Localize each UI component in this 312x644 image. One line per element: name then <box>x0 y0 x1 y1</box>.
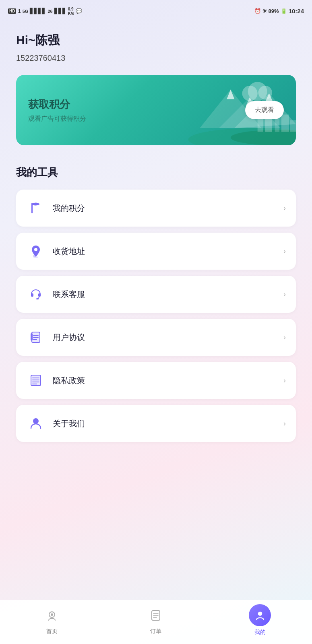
banner-card[interactable]: 获取积分 观看广告可获得积分 去观看 <box>16 75 296 145</box>
status-bar: HD 1 5G ▋▋▋▋ 26 ▋▋▋ 0.9K/s 💬 ⏰ ✳ 89% 🔋 1… <box>0 0 312 20</box>
address-label: 收货地址 <box>53 246 85 257</box>
svg-rect-20 <box>36 298 39 299</box>
battery-icon: 🔋 <box>281 8 287 14</box>
tab-mine-label: 我的 <box>254 629 266 636</box>
svg-point-40 <box>258 611 262 616</box>
privacy-label: 隐私政策 <box>53 375 85 386</box>
banner-text-area: 获取积分 观看广告可获得积分 <box>28 97 245 123</box>
status-left: HD 1 5G ▋▋▋▋ 26 ▋▋▋ 0.9K/s 💬 <box>8 7 82 16</box>
svg-point-35 <box>51 613 53 616</box>
signal-5g: 5G <box>23 9 29 14</box>
order-tab-icon <box>149 609 162 622</box>
tab-order-label: 订单 <box>150 628 161 635</box>
agreement-icon-wrap <box>26 328 45 347</box>
network-speed: 0.9K/s <box>68 7 74 16</box>
tab-home-icon-wrap <box>42 605 62 625</box>
about-label: 关于我们 <box>53 418 85 429</box>
tab-mine[interactable]: 我的 <box>208 604 312 636</box>
privacy-icon-wrap <box>26 371 45 390</box>
headset-icon <box>29 287 43 301</box>
svg-rect-15 <box>290 120 296 132</box>
mine-tab-icon <box>254 610 266 621</box>
tab-home[interactable]: 首页 <box>0 605 104 635</box>
bluetooth-icon: ✳ <box>262 8 267 14</box>
address-chevron: › <box>283 247 286 256</box>
tab-order-icon-wrap <box>146 605 166 625</box>
phone-number: 15223760413 <box>16 54 296 63</box>
list-icon <box>29 373 43 388</box>
menu-item-about[interactable]: 关于我们 › <box>16 405 296 442</box>
about-chevron: › <box>283 419 286 428</box>
menu-item-service[interactable]: 联系客服 › <box>16 276 296 313</box>
svg-rect-13 <box>275 118 279 132</box>
points-chevron: › <box>283 204 286 213</box>
tools-section-title: 我的工具 <box>16 165 296 180</box>
menu-item-address[interactable]: 收货地址 › <box>16 233 296 270</box>
svg-rect-14 <box>281 115 289 132</box>
main-content: Hi~陈强 15223760413 <box>0 20 312 490</box>
service-label: 联系客服 <box>53 289 85 300</box>
home-tab-icon <box>45 609 58 622</box>
location-icon <box>29 244 43 258</box>
signal-bars-1: ▋▋▋▋ <box>30 8 46 14</box>
sim-indicator: 1 <box>18 8 21 14</box>
svg-rect-26 <box>31 333 33 341</box>
doc-icon <box>29 330 43 345</box>
hd-badge: HD <box>8 8 16 14</box>
agreement-chevron: › <box>283 333 286 342</box>
svg-point-17 <box>34 248 37 251</box>
service-chevron: › <box>283 290 286 299</box>
network-26: 26 <box>48 9 52 14</box>
service-icon-wrap <box>26 285 45 304</box>
tools-section: 我的工具 我的积分 › <box>16 165 296 442</box>
alarm-icon: ⏰ <box>254 8 261 14</box>
points-icon-wrap <box>26 198 45 218</box>
banner-title: 获取积分 <box>28 97 245 111</box>
address-icon-wrap <box>26 242 45 261</box>
points-label: 我的积分 <box>53 203 85 214</box>
menu-list: 我的积分 › 收货地址 › <box>16 190 296 442</box>
battery-percent: 89% <box>269 8 279 14</box>
flag-icon <box>29 201 43 215</box>
svg-rect-16 <box>31 203 33 213</box>
agreement-label: 用户协议 <box>53 332 85 343</box>
menu-item-agreement[interactable]: 用户协议 › <box>16 319 296 356</box>
privacy-chevron: › <box>283 376 286 385</box>
about-icon-wrap <box>26 414 45 433</box>
banner-subtitle: 观看广告可获得积分 <box>28 115 245 123</box>
person-icon <box>29 416 43 431</box>
status-time: 10:24 <box>289 8 304 14</box>
tab-order[interactable]: 订单 <box>104 605 208 635</box>
status-right: ⏰ ✳ 89% 🔋 10:24 <box>254 8 304 14</box>
banner-watch-button[interactable]: 去观看 <box>245 101 284 119</box>
tab-mine-icon-wrap <box>249 604 271 626</box>
greeting-name: Hi~陈强 <box>16 32 296 49</box>
svg-point-33 <box>33 418 39 424</box>
menu-item-points[interactable]: 我的积分 › <box>16 190 296 227</box>
tab-home-label: 首页 <box>46 628 58 635</box>
menu-item-privacy[interactable]: 隐私政策 › <box>16 362 296 399</box>
signal-bars-2: ▋▋▋ <box>54 8 66 14</box>
svg-point-19 <box>33 256 38 258</box>
wechat-icon: 💬 <box>76 8 82 14</box>
greeting-section: Hi~陈强 15223760413 <box>16 32 296 63</box>
tab-bar: 首页 订单 我的 <box>0 600 312 644</box>
